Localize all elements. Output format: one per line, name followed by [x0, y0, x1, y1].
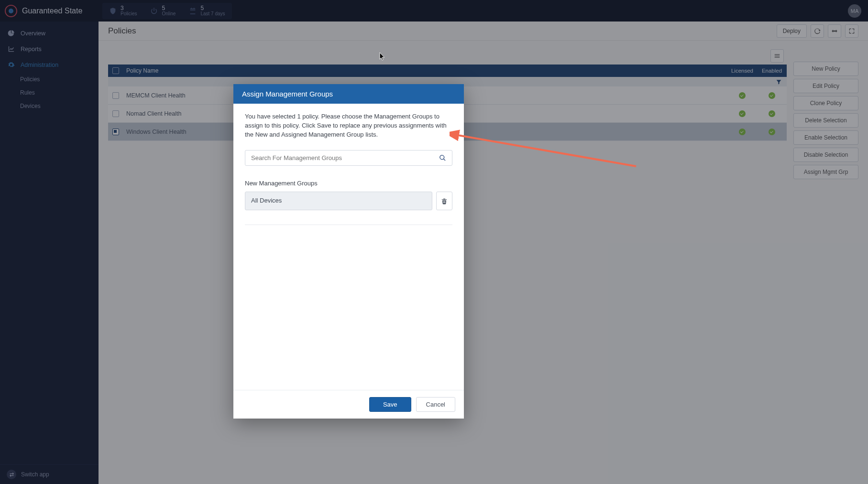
modal-title: Assign Management Groups: [233, 84, 464, 104]
remove-group-button[interactable]: [436, 192, 452, 210]
save-button[interactable]: Save: [369, 397, 411, 412]
search-icon: [439, 154, 446, 161]
main: Policies Deploy: [99, 22, 868, 484]
mgmt-group-search-input[interactable]: [251, 154, 439, 161]
group-item: All Devices: [245, 192, 432, 210]
trash-icon: [441, 198, 448, 204]
cancel-button[interactable]: Cancel: [416, 397, 455, 412]
assign-groups-modal: Assign Management Groups You have select…: [233, 84, 464, 419]
new-groups-label: New Management Groups: [245, 179, 452, 188]
modal-footer: Save Cancel: [233, 390, 464, 419]
modal-description: You have selected 1 policy. Please choos…: [245, 112, 452, 140]
mgmt-group-search[interactable]: [245, 150, 452, 166]
